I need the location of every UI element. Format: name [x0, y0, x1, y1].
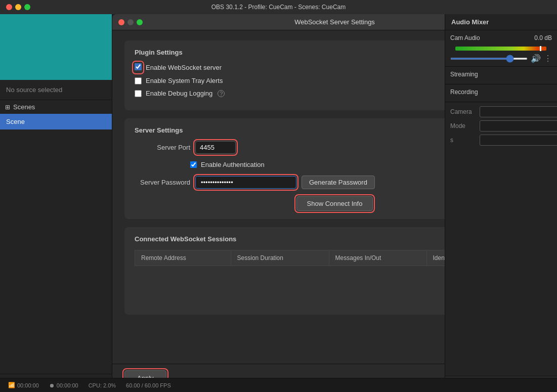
audio-more-button[interactable]: ⋮ — [544, 54, 552, 63]
cpu-label: CPU: 2.0% — [89, 382, 116, 388]
enable-sys-tray-checkbox[interactable] — [135, 77, 142, 84]
app-title-bar: OBS 30.1.2 - Profile: CueCam - Scenes: C… — [0, 0, 557, 14]
mute-button[interactable]: 🔊 — [531, 54, 541, 63]
enable-ws-highlight — [135, 63, 142, 72]
password-input[interactable] — [195, 176, 296, 189]
stream-icon: 📶 — [8, 382, 15, 388]
port-input-wrapper — [195, 141, 236, 154]
streaming-section: Streaming — [445, 66, 557, 84]
dialog-traffic-lights[interactable] — [118, 19, 143, 25]
camera-label: Camera — [450, 108, 476, 115]
fps-label: 60.00 / 60.00 FPS — [126, 382, 171, 388]
close-button[interactable] — [6, 4, 12, 10]
status-bar: 📶 00:00:00 ⏺ 00:00:00 CPU: 2.0% 60.00 / … — [0, 378, 557, 392]
enable-ws-label: Enable WebSocket server — [146, 64, 222, 71]
audio-meter-container — [445, 46, 557, 54]
help-icon: ? — [218, 90, 225, 97]
password-label: Server Password — [135, 179, 190, 186]
audio-db-label: 0.0 dB — [534, 34, 552, 41]
main-layout: No source selected ⊞ Scenes Scene + 🗑 ⊟ … — [0, 14, 557, 392]
col-session-duration: Session Duration — [231, 250, 329, 266]
status-bar-fps: 60.00 / 60.00 FPS — [126, 382, 171, 388]
scenes-header: ⊞ Scenes — [0, 100, 112, 114]
status-bar-rec: ⏺ 00:00:00 — [49, 382, 78, 388]
maximize-button[interactable] — [24, 4, 30, 10]
mode-row: Mode — [450, 120, 552, 132]
enable-sys-tray-label: Enable System Tray Alerts — [146, 77, 223, 84]
audio-meter-marker — [540, 46, 541, 51]
rec-time: 00:00:00 — [57, 382, 78, 388]
minimize-button[interactable] — [15, 4, 21, 10]
s-label: s — [450, 137, 476, 144]
scenes-label: Scenes — [13, 103, 35, 111]
audio-controls: 🔊 ⋮ — [445, 54, 557, 66]
camera-row: Camera ⚙ — [450, 106, 552, 117]
camera-section: Camera ⚙ Mode s — [445, 102, 557, 153]
enable-auth-checkbox[interactable] — [190, 161, 197, 168]
audio-mixer-title: Audio Mixer — [445, 14, 557, 30]
scenes-icon: ⊞ — [5, 104, 10, 111]
audio-meter — [455, 47, 546, 51]
password-input-wrapper — [195, 176, 296, 189]
recording-section: Recording — [445, 84, 557, 102]
sidebar: No source selected ⊞ Scenes Scene + 🗑 ⊟ … — [0, 14, 112, 392]
right-panel: Audio Mixer Cam Audio 0.0 dB 🔊 ⋮ Streami… — [445, 14, 557, 392]
dialog-close-button[interactable] — [118, 19, 124, 25]
scene-item[interactable]: Scene — [0, 114, 112, 129]
dialog-maximize-button[interactable] — [137, 19, 143, 25]
audio-mixer-row: Cam Audio 0.0 dB — [445, 30, 557, 46]
audio-channel-label: Cam Audio — [450, 34, 480, 41]
traffic-lights[interactable] — [6, 4, 30, 10]
port-label: Server Port — [135, 144, 190, 151]
stream-time: 00:00:00 — [17, 382, 39, 388]
status-bar-cpu: CPU: 2.0% — [89, 382, 116, 388]
port-input[interactable] — [195, 141, 236, 154]
enable-debug-label: Enable Debug Logging — [146, 90, 212, 97]
enable-ws-checkbox[interactable] — [135, 63, 142, 70]
status-bar-stream: 📶 00:00:00 — [8, 382, 39, 388]
preview-area — [0, 14, 112, 80]
mode-label: Mode — [450, 122, 476, 129]
recording-label: Recording — [450, 89, 552, 96]
app-title: OBS 30.1.2 - Profile: CueCam - Scenes: C… — [211, 4, 346, 11]
rec-icon: ⏺ — [49, 382, 55, 388]
no-source-label: No source selected — [0, 80, 112, 100]
volume-slider[interactable] — [450, 58, 528, 60]
enable-auth-label: Enable Authentication — [201, 161, 265, 168]
mode-input[interactable] — [480, 120, 557, 132]
dialog-title: WebSocket Server Settings — [294, 18, 375, 26]
col-remote-address: Remote Address — [135, 250, 231, 266]
streaming-label: Streaming — [450, 71, 552, 78]
show-connect-button[interactable]: Show Connect Info — [296, 196, 373, 211]
s-row: s — [450, 135, 552, 146]
col-messages: Messages In/Out — [329, 250, 426, 266]
enable-debug-checkbox[interactable] — [135, 90, 142, 97]
dialog-minimize-button[interactable] — [127, 19, 134, 25]
s-input[interactable] — [480, 135, 557, 146]
generate-password-button[interactable]: Generate Password — [302, 176, 375, 189]
camera-input[interactable] — [480, 106, 557, 117]
